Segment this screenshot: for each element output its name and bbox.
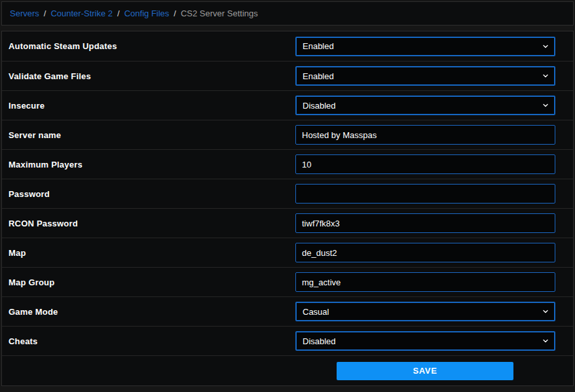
game-mode-select[interactable]: Casual — [295, 302, 555, 321]
save-row: SAVE — [2, 355, 573, 385]
automatic-steam-updates-select[interactable]: Enabled — [295, 37, 555, 56]
field-row-validate-game-files: Validate Game Files Enabled — [2, 61, 573, 90]
field-row-password: Password — [2, 179, 573, 208]
field-row-map: Map — [2, 238, 573, 267]
automatic-steam-updates-select-wrap: Enabled — [295, 37, 555, 56]
cheats-select-wrap: Disabled — [295, 331, 555, 351]
field-label: Server name — [9, 130, 295, 140]
insecure-select-wrap: Disabled — [295, 96, 555, 115]
breadcrumb-separator: / — [117, 9, 120, 18]
field-label: Password — [9, 189, 295, 199]
field-label: Automatic Steam Updates — [9, 41, 295, 51]
field-row-cheats: Cheats Disabled — [2, 326, 573, 355]
breadcrumb-separator: / — [44, 9, 46, 18]
field-row-server-name: Server name — [2, 120, 573, 149]
cheats-select[interactable]: Disabled — [295, 331, 555, 351]
rcon-password-input[interactable] — [295, 213, 555, 233]
field-row-game-mode: Game Mode Casual — [2, 296, 573, 326]
validate-game-files-select[interactable]: Enabled — [295, 66, 555, 86]
breadcrumb: Servers / Counter-Strike 2 / Config File… — [1, 1, 574, 26]
field-row-maximum-players: Maximum Players — [2, 149, 573, 179]
maximum-players-input[interactable] — [295, 154, 555, 174]
breadcrumb-link-counter-strike-2[interactable]: Counter-Strike 2 — [50, 9, 113, 18]
server-name-input[interactable] — [295, 125, 555, 145]
game-mode-select-wrap: Casual — [295, 302, 555, 321]
field-label: Map Group — [9, 277, 295, 287]
field-label: Maximum Players — [9, 160, 295, 169]
field-label: Cheats — [9, 336, 295, 346]
field-label: Map — [9, 248, 295, 258]
validate-game-files-select-wrap: Enabled — [295, 66, 555, 86]
field-row-automatic-steam-updates: Automatic Steam Updates Enabled — [2, 31, 573, 61]
map-group-input[interactable] — [295, 272, 555, 292]
field-row-insecure: Insecure Disabled — [2, 90, 573, 120]
field-label: RCON Password — [9, 219, 295, 228]
field-label: Insecure — [9, 101, 295, 111]
server-settings-form: Automatic Steam Updates Enabled Validate… — [1, 31, 574, 386]
field-row-map-group: Map Group — [2, 267, 573, 296]
breadcrumb-link-config-files[interactable]: Config Files — [124, 9, 170, 18]
password-input[interactable] — [295, 184, 555, 204]
save-button[interactable]: SAVE — [337, 362, 513, 380]
field-row-rcon-password: RCON Password — [2, 208, 573, 238]
field-label: Validate Game Files — [9, 71, 295, 81]
breadcrumb-link-servers[interactable]: Servers — [10, 9, 39, 18]
map-input[interactable] — [295, 243, 555, 262]
insecure-select[interactable]: Disabled — [295, 96, 555, 115]
breadcrumb-separator: / — [174, 9, 176, 18]
breadcrumb-current: CS2 Server Settings — [181, 9, 258, 18]
field-label: Game Mode — [9, 307, 295, 317]
